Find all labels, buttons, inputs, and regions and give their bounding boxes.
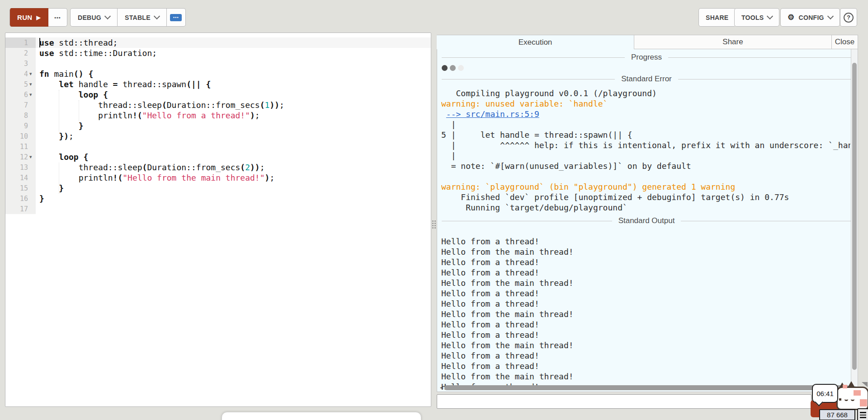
indent-guide: [59, 163, 59, 194]
output-tab[interactable]: Share: [634, 35, 832, 49]
share-button[interactable]: SHARE: [698, 8, 736, 27]
tab-label: Execution: [519, 38, 552, 47]
output-tab[interactable]: Close: [832, 35, 858, 49]
indent-guide: [79, 100, 79, 121]
line-number: 1: [24, 39, 28, 47]
code-text: [36, 58, 431, 69]
code-line[interactable]: 7 ▾ thread::sleep(Duration::from_secs(1)…: [5, 100, 431, 110]
tools-button[interactable]: TOOLS: [734, 8, 779, 27]
editor-gutter-cell: 17 ▾: [5, 204, 36, 214]
code-line[interactable]: 16 ▾ }: [5, 193, 431, 204]
stdout-line: Hello from the main thread!: [441, 247, 850, 257]
editor-lines: 1 ▾ use std::thread; 2 ▾ use std::time::…: [5, 33, 431, 214]
editor-gutter-cell: 8 ▾: [5, 110, 36, 121]
horizontal-scrollbar[interactable]: ◀: [440, 385, 849, 390]
tab-label: Share: [722, 37, 743, 47]
code-line[interactable]: 14 ▾ println!("Hello from the main threa…: [5, 173, 431, 183]
stdout-line: Hello from a thread!: [441, 350, 850, 361]
help-button[interactable]: ?: [840, 8, 857, 27]
mode-debug-button[interactable]: DEBUG: [70, 8, 118, 27]
code-text: fn main() {: [36, 69, 431, 79]
stdout-line: Hello from the main thread!: [441, 278, 850, 288]
code-editor[interactable]: 1 ▾ use std::thread; 2 ▾ use std::time::…: [5, 33, 431, 407]
stdout-line: Hello from a thread!: [441, 330, 850, 340]
stdin-input[interactable]: [437, 394, 811, 409]
horizontal-scrollbar-thumb[interactable]: [444, 385, 849, 390]
output-tab[interactable]: Execution: [437, 35, 634, 49]
execution-output-panel: Progress Standard Error Compiling playgr…: [437, 49, 858, 392]
code-line[interactable]: 10 ▾ });: [5, 131, 431, 141]
code-line[interactable]: 15 ▾ }: [5, 183, 431, 193]
code-line[interactable]: 8 ▾ println!("Hello from a thread!");: [5, 110, 431, 121]
channel-stable-button[interactable]: STABLE: [118, 8, 167, 27]
run-options-button[interactable]: •••: [48, 8, 67, 27]
line-number: 3: [24, 60, 28, 68]
stderr-console: Compiling playground v0.0.1 (/playground…: [441, 88, 850, 213]
fold-arrow-icon[interactable]: ▾: [29, 82, 34, 87]
tools-label: TOOLS: [741, 14, 764, 21]
editor-gutter-cell: 15 ▾: [5, 183, 36, 193]
editor-gutter-cell: 12 ▾: [5, 152, 36, 162]
fold-arrow-icon[interactable]: ▾: [29, 92, 34, 97]
chevron-down-icon: [767, 13, 773, 19]
line-number: 5: [24, 80, 28, 89]
advanced-options-button[interactable]: •••: [167, 8, 186, 27]
code-line[interactable]: 2 ▾ use std::time::Duration;: [5, 48, 431, 58]
line-number: 14: [20, 174, 28, 182]
cat-patch: [854, 390, 861, 396]
config-button[interactable]: ⚙ CONFIG: [780, 8, 840, 27]
code-text: println!("Hello from the main thread!");: [36, 173, 431, 183]
code-line[interactable]: 11 ▾: [5, 141, 431, 152]
question-mark-icon: ?: [844, 13, 854, 23]
stderr-line: = note: `#[warn(unused_variables)]` on b…: [441, 161, 850, 171]
code-line[interactable]: 4 ▾ fn main() {: [5, 69, 431, 79]
ellipsis-icon: •••: [54, 15, 61, 20]
code-line[interactable]: 5 ▾ let handle = thread::spawn(|| {: [5, 79, 431, 89]
config-label: CONFIG: [799, 14, 824, 21]
line-number: 15: [20, 184, 28, 192]
counter-box[interactable]: 87 668: [819, 409, 855, 420]
code-text: thread::sleep(Duration::from_secs(2));: [36, 162, 431, 173]
fold-arrow-icon[interactable]: ▾: [29, 71, 34, 76]
line-number: 16: [20, 195, 28, 203]
code-text: [36, 204, 431, 214]
progress-dot: [442, 65, 448, 71]
source-location-link[interactable]: --> src/main.rs:5:9: [446, 109, 539, 119]
editor-gutter-cell: 3 ▾: [5, 58, 36, 69]
stderr-line: | ^^^^^^ help: if this is intentional, p…: [441, 140, 850, 150]
build-options-group: DEBUG STABLE •••: [70, 8, 186, 27]
stdout-line: Hello from the main thread!: [441, 371, 850, 382]
code-text: use std::thread;: [36, 37, 431, 48]
scroll-left-icon[interactable]: ◀: [440, 385, 443, 390]
fold-arrow-icon[interactable]: ▾: [29, 154, 34, 159]
line-number: 9: [24, 122, 28, 130]
code-line[interactable]: 9 ▾ }: [5, 121, 431, 131]
code-line[interactable]: 1 ▾ use std::thread;: [5, 37, 431, 48]
editor-gutter-cell: 4 ▾: [5, 69, 36, 79]
code-text: use std::time::Duration;: [36, 48, 431, 58]
counter-value: 87 668: [827, 411, 848, 419]
tab-label: Close: [835, 37, 854, 47]
run-button[interactable]: RUN ▶: [9, 8, 48, 27]
code-text: });: [36, 131, 431, 141]
progress-dot: [458, 65, 464, 71]
code-line[interactable]: 13 ▾ thread::sleep(Duration::from_secs(2…: [5, 162, 431, 173]
stdout-section-header: Standard Output: [442, 216, 851, 225]
line-number: 10: [20, 132, 28, 140]
code-line[interactable]: 17 ▾: [5, 204, 431, 214]
code-line[interactable]: 12 ▾ loop {: [5, 152, 431, 162]
hamburger-menu-button[interactable]: [857, 408, 868, 420]
editor-gutter-cell: 10 ▾: [5, 131, 36, 141]
run-button-group: RUN ▶ •••: [9, 8, 67, 27]
indent-guide: [59, 90, 59, 131]
vertical-scrollbar[interactable]: ▼: [851, 49, 858, 392]
stdout-line: Hello from a thread!: [441, 299, 850, 309]
cat-muzzle: [839, 398, 841, 401]
stderr-line: Finished `dev` profile [unoptimized + de…: [441, 192, 850, 202]
line-number: 12: [20, 153, 28, 161]
timer-value: 06:41: [816, 390, 834, 397]
code-line[interactable]: 3 ▾: [5, 58, 431, 69]
pane-resizer-handle[interactable]: [432, 218, 436, 231]
code-line[interactable]: 6 ▾ loop {: [5, 89, 431, 100]
vertical-scrollbar-thumb[interactable]: [852, 63, 857, 370]
